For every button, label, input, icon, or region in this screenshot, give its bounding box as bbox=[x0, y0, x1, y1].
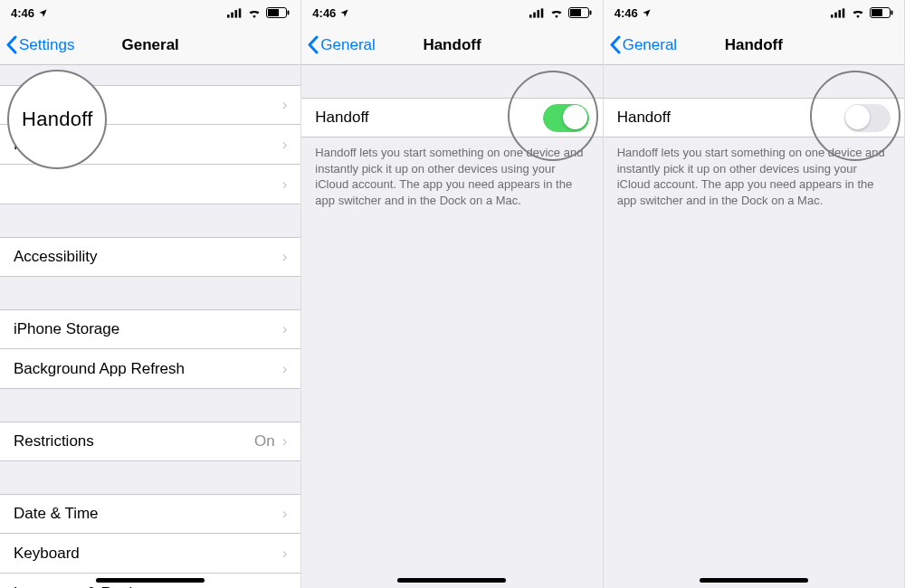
svg-rect-7 bbox=[529, 14, 532, 17]
row-label: Handoff bbox=[315, 109, 368, 127]
row-label: Language & Region bbox=[14, 584, 149, 589]
home-indicator bbox=[700, 578, 808, 583]
cellular-icon bbox=[529, 8, 545, 18]
location-icon bbox=[38, 8, 48, 18]
location-icon bbox=[642, 8, 652, 18]
row-label: Date & Time bbox=[14, 505, 99, 523]
wifi-icon bbox=[851, 8, 865, 18]
cellular-icon bbox=[227, 8, 243, 18]
toggle-handoff[interactable] bbox=[543, 104, 589, 132]
row-label: Handoff bbox=[14, 136, 67, 154]
back-label: Settings bbox=[19, 36, 74, 54]
row-label: Keyboard bbox=[14, 545, 80, 563]
svg-rect-19 bbox=[872, 9, 882, 16]
row-iphone-storage[interactable]: iPhone Storage › bbox=[0, 309, 300, 349]
back-button[interactable]: Settings bbox=[0, 35, 74, 54]
status-time: 4:46 bbox=[614, 6, 638, 20]
location-icon bbox=[339, 8, 349, 18]
home-indicator bbox=[96, 578, 205, 583]
svg-rect-6 bbox=[288, 11, 290, 15]
svg-rect-15 bbox=[834, 12, 837, 17]
row-keyboard[interactable]: Keyboard › bbox=[0, 534, 300, 574]
status-bar: 4:46 bbox=[301, 0, 602, 25]
back-button[interactable]: General bbox=[301, 35, 375, 54]
status-time: 4:46 bbox=[312, 6, 336, 20]
svg-rect-10 bbox=[540, 8, 543, 17]
wifi-icon bbox=[247, 8, 262, 18]
wifi-icon bbox=[549, 8, 564, 18]
panel-handoff-off: 4:46 General Handoff Handoff Handoff let… bbox=[604, 0, 905, 588]
row-label: Handoff bbox=[617, 109, 671, 127]
row-restrictions[interactable]: Restrictions On › bbox=[0, 422, 300, 461]
row-accessibility[interactable]: Accessibility › bbox=[0, 237, 300, 277]
status-bar: 4:46 bbox=[0, 0, 300, 25]
back-label: General bbox=[320, 36, 375, 54]
home-indicator bbox=[397, 578, 506, 583]
chevron-right-icon: › bbox=[282, 175, 288, 194]
row-label: Background App Refresh bbox=[14, 360, 185, 378]
row-handoff-toggle[interactable]: Handoff bbox=[604, 98, 904, 138]
row-background-app-refresh[interactable]: Background App Refresh › bbox=[0, 349, 300, 389]
chevron-right-icon: › bbox=[282, 584, 288, 589]
nav-bar: General Handoff bbox=[301, 25, 602, 65]
callout-label: Handoff bbox=[22, 108, 93, 131]
svg-rect-17 bbox=[843, 8, 845, 17]
panel-handoff-on: 4:46 General Handoff Handoff Handoff let… bbox=[301, 0, 603, 588]
chevron-left-icon bbox=[5, 35, 17, 54]
nav-bar: General Handoff bbox=[604, 25, 904, 65]
row-handoff-toggle[interactable]: Handoff bbox=[301, 98, 602, 138]
cellular-icon bbox=[831, 8, 846, 18]
row-label: iPhone Storage bbox=[14, 320, 119, 338]
row-value: On bbox=[254, 432, 275, 450]
svg-rect-9 bbox=[537, 10, 539, 18]
chevron-left-icon bbox=[307, 35, 319, 54]
back-label: General bbox=[623, 36, 677, 54]
svg-rect-5 bbox=[268, 9, 279, 16]
battery-icon bbox=[568, 7, 592, 18]
svg-rect-8 bbox=[533, 12, 536, 17]
svg-rect-3 bbox=[239, 8, 242, 17]
svg-rect-2 bbox=[235, 10, 238, 18]
row-label: Accessibility bbox=[14, 248, 98, 266]
battery-icon bbox=[266, 7, 290, 18]
status-time: 4:46 bbox=[11, 6, 34, 20]
chevron-right-icon: › bbox=[282, 360, 288, 378]
svg-rect-0 bbox=[227, 14, 230, 17]
chevron-right-icon: › bbox=[282, 136, 288, 154]
status-bar: 4:46 bbox=[604, 0, 904, 25]
footer-text: Handoff lets you start something on one … bbox=[604, 138, 904, 215]
svg-rect-14 bbox=[831, 14, 834, 17]
chevron-right-icon: › bbox=[282, 505, 288, 523]
chevron-right-icon: › bbox=[282, 96, 288, 114]
chevron-right-icon: › bbox=[282, 545, 288, 563]
svg-rect-20 bbox=[891, 11, 892, 15]
battery-icon bbox=[870, 7, 893, 18]
chevron-right-icon: › bbox=[282, 248, 288, 266]
nav-bar: Settings General bbox=[0, 25, 300, 65]
footer-text: Handoff lets you start something on one … bbox=[301, 138, 602, 215]
row-date-time[interactable]: Date & Time › bbox=[0, 494, 300, 534]
toggle-handoff[interactable] bbox=[844, 104, 891, 132]
chevron-left-icon bbox=[609, 35, 621, 54]
svg-rect-12 bbox=[570, 9, 581, 16]
chevron-right-icon: › bbox=[282, 432, 288, 450]
row-below-handoff[interactable]: › bbox=[0, 165, 300, 204]
back-button[interactable]: General bbox=[604, 35, 677, 54]
svg-rect-13 bbox=[589, 11, 591, 15]
svg-rect-16 bbox=[838, 10, 841, 18]
panel-general-settings: 4:46 Settings General › Handoff › › Acce… bbox=[0, 0, 301, 588]
chevron-right-icon: › bbox=[282, 320, 288, 338]
svg-rect-1 bbox=[232, 12, 234, 17]
row-label: Restrictions bbox=[14, 432, 94, 450]
